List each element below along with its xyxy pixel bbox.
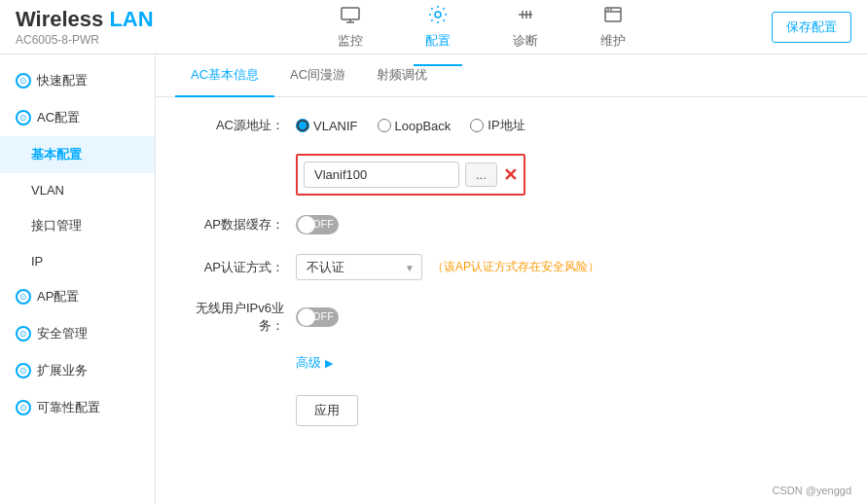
logo-subtitle: AC6005-8-PWR [16, 33, 154, 47]
sidebar-item-ap-config[interactable]: ⊙ AP配置 [0, 278, 155, 315]
sidebar-label-ip: IP [31, 254, 43, 269]
radio-loopback-label: LoopBack [395, 119, 452, 133]
sidebar-label-vlan: VLAN [31, 183, 64, 198]
radio-ip-input[interactable] [470, 119, 484, 132]
diagnose-icon [515, 4, 536, 30]
nav-diagnose[interactable]: 诊断 [501, 0, 550, 57]
nav-maintain[interactable]: 维护 [589, 0, 637, 57]
tab-ac-roaming-label: AC间漫游 [290, 67, 345, 82]
logo-title: Wireless LAN [16, 7, 154, 32]
monitor-icon [340, 4, 361, 30]
reliability-icon: ⊙ [16, 400, 31, 415]
sidebar-item-basic-config[interactable]: 基本配置 [0, 136, 155, 173]
sidebar-label-quick-config: 快速配置 [37, 72, 88, 90]
wireless-ipv6-label: 无线用户IPv6业务： [179, 300, 296, 335]
quick-config-icon: ⊙ [16, 73, 31, 89]
security-icon: ⊙ [16, 326, 31, 342]
close-vlanif-button[interactable]: ✕ [503, 166, 518, 184]
radio-ip[interactable]: IP地址 [470, 117, 524, 134]
form-row-ac-source: AC源地址： VLANIF LoopBack [179, 117, 844, 134]
apply-button[interactable]: 应用 [296, 395, 358, 426]
ap-cache-toggle[interactable]: OFF [296, 215, 339, 234]
form-row-ap-auth: AP认证方式： 不认证 ▼ （该AP认证方式存在安全风险） [179, 254, 844, 280]
sidebar-label-security: 安全管理 [37, 325, 88, 342]
ap-config-icon: ⊙ [16, 289, 31, 305]
form-row-wireless-ipv6: 无线用户IPv6业务： OFF [179, 300, 844, 335]
sidebar-item-ip[interactable]: IP [0, 244, 155, 278]
ac-config-icon: ⊙ [16, 110, 31, 126]
nav-monitor-label: 监控 [338, 32, 363, 50]
tab-ac-roaming[interactable]: AC间漫游 [274, 54, 361, 97]
ap-auth-warning: （该AP认证方式存在安全风险） [432, 259, 599, 275]
radio-vlanif-input[interactable] [296, 119, 309, 132]
wireless-ipv6-toggle[interactable]: OFF [296, 307, 339, 327]
vlanif-control: ... ✕ [296, 154, 844, 196]
maintain-icon [602, 4, 624, 30]
radio-vlanif-label: VLANIF [313, 119, 358, 133]
advanced-arrow-icon: ▶ [325, 357, 333, 370]
radio-vlanif[interactable]: VLANIF [296, 119, 358, 133]
ap-auth-select[interactable]: 不认证 [296, 254, 422, 280]
nav-monitor[interactable]: 监控 [326, 0, 375, 57]
ap-auth-control: 不认证 ▼ （该AP认证方式存在安全风险） [296, 254, 844, 280]
form-row-advanced: 高级 ▶ [179, 354, 844, 372]
sidebar-item-interface[interactable]: 接口管理 [0, 207, 155, 244]
content-area: AC基本信息 AC间漫游 射频调优 AC源地址： [156, 54, 867, 504]
svg-point-11 [610, 9, 612, 11]
apply-control: 应用 [296, 391, 844, 426]
radio-group-source: VLANIF LoopBack IP地址 [296, 117, 525, 134]
main: ⊙ 快速配置 ⊙ AC配置 基本配置 VLAN 接口管理 IP ⊙ AP配置 [0, 54, 867, 504]
tab-freq-opt-label: 射频调优 [377, 67, 427, 82]
advanced-control: 高级 ▶ [296, 354, 844, 372]
header: Wireless LAN AC6005-8-PWR 监控 配置 [0, 0, 867, 54]
logo-colored: LAN [109, 7, 153, 31]
nav-config[interactable]: 配置 [414, 0, 462, 57]
radio-ip-label: IP地址 [488, 117, 524, 134]
ap-auth-select-wrap: 不认证 ▼ [296, 254, 422, 280]
ap-cache-track[interactable]: OFF [296, 215, 339, 234]
sidebar-item-quick-config[interactable]: ⊙ 快速配置 [0, 62, 155, 99]
form-area: AC源地址： VLANIF LoopBack [156, 97, 867, 465]
header-actions: 保存配置 [772, 12, 851, 43]
nav-config-label: 配置 [425, 32, 451, 50]
radio-loopback-input[interactable] [378, 119, 391, 132]
sidebar-item-ac-config[interactable]: ⊙ AC配置 [0, 99, 155, 136]
tab-freq-opt[interactable]: 射频调优 [361, 54, 443, 97]
sidebar-item-extend[interactable]: ⊙ 扩展业务 [0, 352, 155, 389]
tab-bar: AC基本信息 AC间漫游 射频调优 [156, 54, 867, 97]
extend-icon: ⊙ [16, 363, 31, 378]
form-row-apply: 应用 [179, 391, 844, 426]
radio-loopback[interactable]: LoopBack [378, 119, 452, 133]
form-row-ap-cache: AP数据缓存： OFF [179, 215, 844, 234]
wireless-ipv6-control: OFF [296, 307, 844, 327]
wireless-ipv6-off-label: OFF [312, 310, 334, 322]
svg-point-10 [607, 9, 609, 11]
sidebar-item-vlan[interactable]: VLAN [0, 173, 155, 207]
svg-rect-0 [342, 8, 359, 19]
save-config-button[interactable]: 保存配置 [772, 12, 851, 43]
config-icon [427, 4, 449, 30]
svg-point-3 [435, 12, 441, 18]
tab-ac-basic-label: AC基本信息 [191, 67, 259, 82]
sidebar: ⊙ 快速配置 ⊙ AC配置 基本配置 VLAN 接口管理 IP ⊙ AP配置 [0, 54, 156, 504]
ac-source-label: AC源地址： [179, 117, 296, 134]
nav-maintain-label: 维护 [600, 32, 626, 50]
dots-button[interactable]: ... [465, 162, 497, 187]
watermark: CSDN @yenggd [773, 485, 851, 496]
form-row-vlanif: ... ✕ [179, 154, 844, 196]
vlanif-input-wrapper: ... ✕ [296, 154, 525, 196]
nav-diagnose-label: 诊断 [513, 32, 538, 50]
sidebar-label-extend: 扩展业务 [37, 362, 88, 379]
sidebar-item-security[interactable]: ⊙ 安全管理 [0, 315, 155, 352]
advanced-label: 高级 [296, 354, 321, 372]
vlanif-input[interactable] [304, 162, 459, 188]
ap-cache-control: OFF [296, 215, 844, 234]
wireless-ipv6-track[interactable]: OFF [296, 307, 339, 327]
tab-ac-basic[interactable]: AC基本信息 [175, 54, 274, 97]
ac-source-control: VLANIF LoopBack IP地址 [296, 117, 844, 134]
sidebar-label-basic-config: 基本配置 [31, 146, 82, 163]
sidebar-label-ac-config: AC配置 [37, 109, 80, 126]
advanced-link[interactable]: 高级 ▶ [296, 354, 333, 372]
sidebar-item-reliability[interactable]: ⊙ 可靠性配置 [0, 389, 155, 426]
logo: Wireless LAN AC6005-8-PWR [16, 7, 154, 47]
